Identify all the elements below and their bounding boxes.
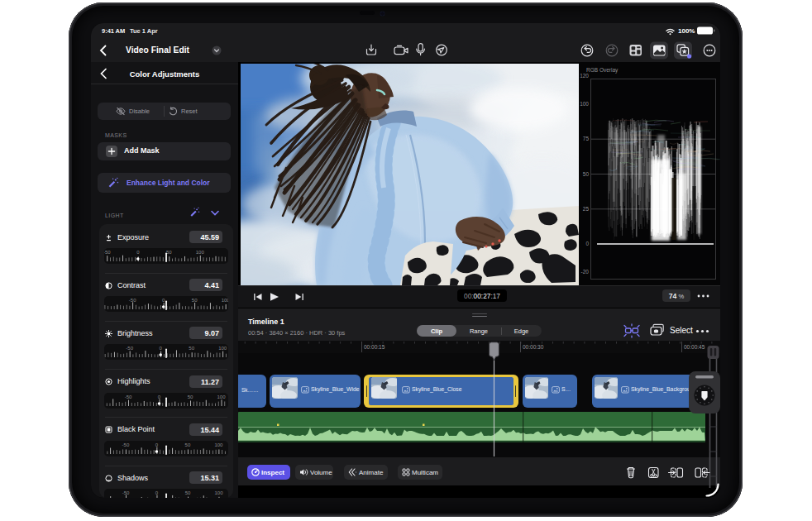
- svg-text:100: 100: [196, 250, 205, 255]
- svg-text:RGB Overlay: RGB Overlay: [586, 67, 619, 74]
- svg-text:50: 50: [189, 346, 194, 351]
- svg-text:00:00:45: 00:00:45: [684, 344, 705, 350]
- svg-text:100: 100: [218, 346, 227, 351]
- svg-text:0: 0: [160, 346, 163, 351]
- svg-text:50: 50: [192, 298, 198, 303]
- svg-text:25: 25: [583, 206, 590, 212]
- svg-text:100: 100: [222, 298, 228, 303]
- svg-text:120: 120: [580, 73, 589, 79]
- svg-text:-50: -50: [126, 346, 133, 351]
- svg-text:50: 50: [188, 394, 193, 399]
- svg-text:100: 100: [214, 490, 223, 495]
- svg-text:0: 0: [162, 298, 165, 303]
- svg-text:100: 100: [217, 394, 226, 399]
- svg-text:00:00:15: 00:00:15: [364, 344, 385, 350]
- svg-text:50: 50: [185, 490, 191, 495]
- svg-text:50: 50: [166, 250, 172, 255]
- svg-text:-20: -20: [581, 269, 590, 275]
- svg-text:-50: -50: [104, 250, 111, 255]
- svg-text:50: 50: [583, 171, 590, 177]
- svg-text:0: 0: [155, 442, 159, 447]
- svg-text:0: 0: [585, 241, 589, 246]
- svg-text:75: 75: [583, 136, 590, 141]
- svg-text:-50: -50: [125, 394, 132, 399]
- svg-text:100: 100: [214, 442, 223, 447]
- svg-text:0: 0: [155, 490, 159, 495]
- svg-text:100: 100: [580, 101, 589, 107]
- svg-text:50: 50: [185, 442, 191, 447]
- svg-text:-50: -50: [122, 442, 130, 447]
- svg-text:0: 0: [136, 250, 140, 255]
- svg-text:-50: -50: [122, 490, 130, 495]
- svg-text:00:00:30: 00:00:30: [523, 344, 544, 350]
- svg-text:0: 0: [158, 394, 161, 399]
- svg-text:-50: -50: [129, 298, 136, 303]
